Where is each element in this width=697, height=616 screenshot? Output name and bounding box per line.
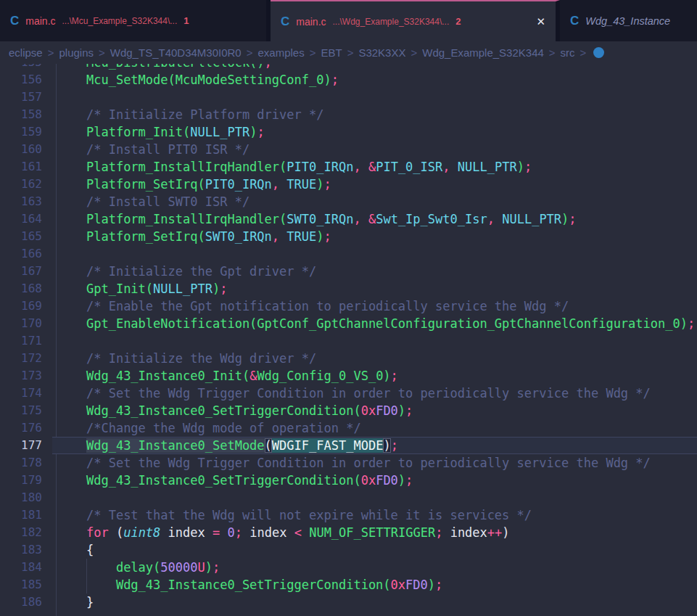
code-text[interactable]: /*Change the Wdg mode of operation */ — [52, 419, 697, 437]
code-text[interactable]: Platform_SetIrq(PIT0_IRQn, TRUE); — [52, 176, 697, 193]
line-number[interactable]: 165 — [0, 228, 52, 245]
code-text[interactable] — [52, 89, 697, 106]
code-line[interactable]: 172 /* Initialize the Wdg driver */ — [0, 350, 697, 367]
code-editor[interactable]: 155 Mcu_DistributePllClock();156 Mcu_Set… — [0, 64, 697, 616]
code-text[interactable]: } — [52, 594, 697, 611]
code-text[interactable] — [52, 489, 697, 506]
code-text[interactable]: /* Initialize the Gpt driver */ — [52, 263, 697, 280]
code-line[interactable]: 165 Platform_SetIrq(SWT0_IRQn, TRUE); — [0, 228, 697, 245]
breadcrumb-item[interactable]: plugins — [57, 46, 95, 59]
code-text[interactable]: Wdg_43_Instance0_SetMode(WDGIF_FAST_MODE… — [52, 437, 697, 454]
code-text[interactable]: Gpt_Init(NULL_PTR); — [52, 280, 697, 297]
line-number[interactable]: 179 — [0, 472, 52, 489]
code-line[interactable]: 175 Wdg_43_Instance0_SetTriggerCondition… — [0, 402, 697, 419]
code-text[interactable]: Wdg_43_Instance0_SetTriggerCondition(0xF… — [52, 472, 697, 489]
code-line[interactable]: 184 delay(50000U); — [0, 559, 697, 576]
line-number[interactable]: 168 — [0, 280, 52, 297]
line-number[interactable]: 167 — [0, 263, 52, 280]
code-text[interactable]: /* Install SWT0 ISR */ — [52, 193, 697, 210]
code-line[interactable]: 161 Platform_InstallIrqHandler(PIT0_IRQn… — [0, 158, 697, 176]
code-text[interactable]: /* Test that the Wdg will not expire whi… — [52, 506, 697, 524]
code-line[interactable]: 155 Mcu_DistributePllClock(); — [0, 64, 697, 71]
line-number[interactable]: 166 — [0, 245, 52, 263]
code-line[interactable]: 182 for (uint8 index = 0; index < NUM_OF… — [0, 524, 697, 541]
line-number[interactable]: 171 — [0, 332, 52, 350]
code-text[interactable]: /* Set the Wdg Trigger Condition in orde… — [52, 385, 697, 402]
code-line[interactable]: 160 /* Install PIT0 ISR */ — [0, 141, 697, 158]
code-line[interactable]: 156 Mcu_SetMode(McuModeSettingConf_0); — [0, 71, 697, 89]
line-number[interactable]: 157 — [0, 89, 52, 106]
line-number[interactable]: 177 — [0, 437, 52, 454]
breadcrumb-item[interactable]: EBT — [319, 46, 343, 59]
code-line[interactable]: 174 /* Set the Wdg Trigger Condition in … — [0, 385, 697, 402]
code-text[interactable]: Mcu_SetMode(McuModeSettingConf_0); — [52, 71, 697, 89]
line-number[interactable]: 158 — [0, 106, 52, 123]
code-line[interactable]: 186 } — [0, 594, 697, 611]
tab-main-c-mcu-example[interactable]: C main.c ...\Mcu_Example_S32K344\... 1 — [0, 0, 271, 41]
code-line[interactable]: 166 — [0, 245, 697, 263]
code-line[interactable]: 164 Platform_InstallIrqHandler(SWT0_IRQn… — [0, 210, 697, 228]
code-text[interactable] — [52, 332, 697, 350]
code-text[interactable] — [52, 245, 697, 263]
line-number[interactable]: 169 — [0, 297, 52, 315]
code-line[interactable]: 158 /* Initialize Platform driver */ — [0, 106, 697, 123]
code-line[interactable]: 181 /* Test that the Wdg will not expire… — [0, 506, 697, 524]
code-line[interactable]: 168 Gpt_Init(NULL_PTR); — [0, 280, 697, 297]
code-line[interactable]: 173 Wdg_43_Instance0_Init(&Wdg_Config_0_… — [0, 367, 697, 385]
code-text[interactable]: Platform_SetIrq(SWT0_IRQn, TRUE); — [52, 228, 697, 245]
breadcrumb-item[interactable]: Wdg_TS_T40D34M30I0R0 — [109, 46, 243, 59]
line-number[interactable]: 155 — [0, 64, 52, 71]
code-line[interactable]: 163 /* Install SWT0 ISR */ — [0, 193, 697, 210]
code-text[interactable]: Platform_InstallIrqHandler(SWT0_IRQn, &S… — [52, 210, 697, 228]
line-number[interactable]: 186 — [0, 594, 52, 611]
code-text[interactable]: Wdg_43_Instance0_SetTriggerCondition(0xF… — [52, 402, 697, 419]
line-number[interactable]: 161 — [0, 158, 52, 176]
breadcrumb-item[interactable]: Wdg_Example_S32K344 — [421, 46, 545, 59]
code-text[interactable]: delay(50000U); — [52, 559, 697, 576]
code-line[interactable]: 179 Wdg_43_Instance0_SetTriggerCondition… — [0, 472, 697, 489]
code-text[interactable]: for (uint8 index = 0; index < NUM_OF_SET… — [52, 524, 697, 541]
code-line[interactable]: 162 Platform_SetIrq(PIT0_IRQn, TRUE); — [0, 176, 697, 193]
breadcrumb-item[interactable]: src — [559, 46, 577, 59]
tab-wdg-43-instance-preview[interactable]: C Wdg_43_Instance — [560, 0, 697, 41]
line-number[interactable]: 156 — [0, 71, 52, 89]
line-number[interactable]: 182 — [0, 524, 52, 541]
line-number[interactable]: 159 — [0, 123, 52, 141]
code-line[interactable]: 185 Wdg_43_Instance0_SetTriggerCondition… — [0, 576, 697, 594]
tab-main-c-wdg-example-active[interactable]: C main.c ...\Wdg_Example_S32K344\... 2 ✕ — [271, 0, 560, 41]
code-line[interactable]: 177 Wdg_43_Instance0_SetMode(WDGIF_FAST_… — [0, 437, 697, 454]
code-line[interactable]: 167 /* Initialize the Gpt driver */ — [0, 263, 697, 280]
code-line[interactable]: 170 Gpt_EnableNotification(GptConf_GptCh… — [0, 315, 697, 332]
line-number[interactable]: 181 — [0, 506, 52, 524]
line-number[interactable]: 176 — [0, 419, 52, 437]
code-text[interactable]: Platform_InstallIrqHandler(PIT0_IRQn, &P… — [52, 158, 697, 176]
code-text[interactable]: /* Initialize the Wdg driver */ — [52, 350, 697, 367]
code-text[interactable]: Wdg_43_Instance0_Init(&Wdg_Config_0_VS_0… — [52, 367, 697, 385]
code-line[interactable]: 183 { — [0, 541, 697, 559]
line-number[interactable]: 162 — [0, 176, 52, 193]
line-number[interactable]: 184 — [0, 559, 52, 576]
line-number[interactable]: 185 — [0, 576, 52, 594]
line-number[interactable]: 160 — [0, 141, 52, 158]
code-text[interactable]: /* Enable the Gpt notification to period… — [52, 297, 697, 315]
code-text[interactable]: Mcu_DistributePllClock(); — [52, 64, 697, 71]
code-line[interactable]: 176 /*Change the Wdg mode of operation *… — [0, 419, 697, 437]
code-line[interactable]: 171 — [0, 332, 697, 350]
code-line[interactable]: 159 Platform_Init(NULL_PTR); — [0, 123, 697, 141]
code-text[interactable]: { — [52, 541, 697, 559]
code-text[interactable]: Wdg_43_Instance0_SetTriggerCondition(0xF… — [52, 576, 697, 594]
line-number[interactable]: 183 — [0, 541, 52, 559]
code-text[interactable]: /* Initialize Platform driver */ — [52, 106, 697, 123]
code-line[interactable]: 157 — [0, 89, 697, 106]
code-text[interactable]: /* Install PIT0 ISR */ — [52, 141, 697, 158]
breadcrumb-item[interactable]: S32K3XX — [357, 46, 407, 59]
code-line[interactable]: 178 /* Set the Wdg Trigger Condition in … — [0, 454, 697, 472]
breadcrumb-item[interactable]: examples — [256, 46, 305, 59]
code-text[interactable]: /* Set the Wdg Trigger Condition in orde… — [52, 454, 697, 472]
line-number[interactable]: 174 — [0, 385, 52, 402]
code-text[interactable]: Platform_Init(NULL_PTR); — [52, 123, 697, 141]
line-number[interactable]: 178 — [0, 454, 52, 472]
line-number[interactable]: 164 — [0, 210, 52, 228]
close-icon[interactable]: ✕ — [536, 15, 545, 28]
line-number[interactable]: 180 — [0, 489, 52, 506]
